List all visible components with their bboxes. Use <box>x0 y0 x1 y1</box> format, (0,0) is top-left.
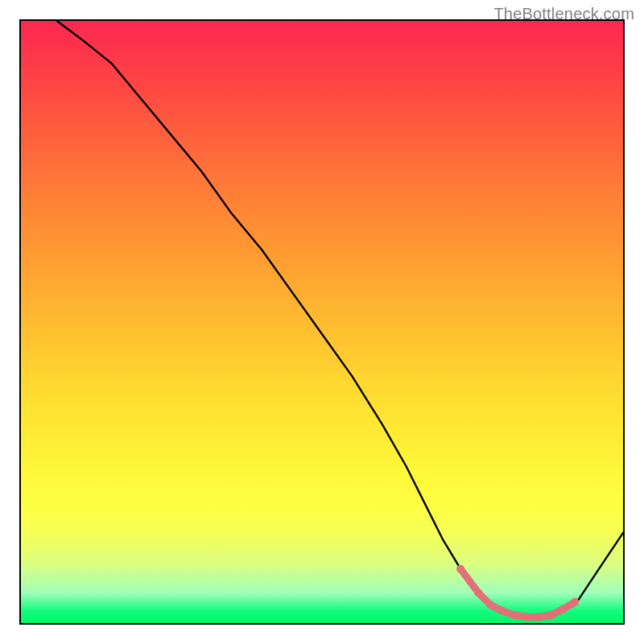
sweet-spot-dot <box>535 613 543 621</box>
bottleneck-curve <box>57 21 623 617</box>
sweet-spot-dot <box>571 598 579 606</box>
sweet-spot-dot <box>456 565 464 573</box>
sweet-spot-dot <box>547 611 555 619</box>
watermark: TheBottleneck.com <box>493 5 634 23</box>
sweet-spot-dot <box>510 611 518 619</box>
sweet-spot-dot <box>522 613 530 621</box>
chart-plot-area <box>19 19 625 625</box>
sweet-spot-dot <box>486 601 494 609</box>
chart-svg <box>21 21 623 623</box>
sweet-spot-dot <box>475 589 483 597</box>
sweet-spot-dot <box>498 607 506 615</box>
sweet-spot-dot <box>559 605 567 613</box>
